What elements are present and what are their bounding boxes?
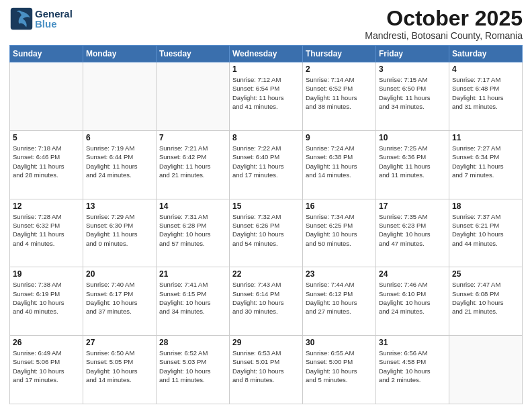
day-number: 15 [232,201,300,211]
day-info: Sunrise: 6:50 AM Sunset: 5:05 PM Dayligh… [86,349,153,384]
weekday-header: Saturday [449,46,523,62]
logo-blue-text: Blue [35,19,73,29]
page: General Blue October 2025 Mandresti, Bot… [0,0,532,411]
day-info: Sunrise: 7:38 AM Sunset: 6:19 PM Dayligh… [13,280,80,316]
day-info: Sunrise: 6:53 AM Sunset: 5:01 PM Dayligh… [232,349,300,384]
calendar-cell: 29Sunrise: 6:53 AM Sunset: 5:01 PM Dayli… [230,336,303,404]
weekday-header: Thursday [303,46,376,62]
calendar-cell: 22Sunrise: 7:43 AM Sunset: 6:14 PM Dayli… [230,267,303,336]
calendar-cell: 26Sunrise: 6:49 AM Sunset: 5:06 PM Dayli… [10,336,83,404]
day-number: 5 [13,133,80,142]
weekday-header: Tuesday [157,46,230,62]
calendar-cell: 2Sunrise: 7:14 AM Sunset: 6:52 PM Daylig… [303,62,376,131]
calendar-cell: 21Sunrise: 7:41 AM Sunset: 6:15 PM Dayli… [157,267,230,336]
day-info: Sunrise: 7:15 AM Sunset: 6:50 PM Dayligh… [379,75,446,111]
day-number: 2 [306,64,373,74]
calendar-cell: 12Sunrise: 7:28 AM Sunset: 6:32 PM Dayli… [10,199,83,267]
day-info: Sunrise: 6:52 AM Sunset: 5:03 PM Dayligh… [159,349,226,384]
calendar-cell: 13Sunrise: 7:29 AM Sunset: 6:30 PM Dayli… [83,199,157,267]
day-number: 12 [13,201,80,211]
calendar-cell: 24Sunrise: 7:46 AM Sunset: 6:10 PM Dayli… [376,267,449,336]
day-number: 6 [86,133,153,142]
weekday-header: Friday [376,46,449,62]
calendar-cell: 11Sunrise: 7:27 AM Sunset: 6:34 PM Dayli… [449,130,523,199]
day-number: 1 [232,64,300,74]
day-info: Sunrise: 7:29 AM Sunset: 6:30 PM Dayligh… [86,212,153,248]
calendar-cell: 23Sunrise: 7:44 AM Sunset: 6:12 PM Dayli… [303,267,376,336]
day-info: Sunrise: 7:31 AM Sunset: 6:28 PM Dayligh… [159,212,226,248]
calendar-cell: 28Sunrise: 6:52 AM Sunset: 5:03 PM Dayli… [157,336,230,404]
calendar-cell: 7Sunrise: 7:21 AM Sunset: 6:42 PM Daylig… [157,130,230,199]
day-number: 4 [452,64,519,74]
logo-icon [9,7,34,31]
calendar-cell: 27Sunrise: 6:50 AM Sunset: 5:05 PM Dayli… [83,336,157,404]
title-section: October 2025 Mandresti, Botosani County,… [365,7,523,41]
month-title: October 2025 [365,7,523,30]
calendar-cell: 25Sunrise: 7:47 AM Sunset: 6:08 PM Dayli… [449,267,523,336]
day-number: 14 [159,201,226,211]
calendar-cell: 10Sunrise: 7:25 AM Sunset: 6:36 PM Dayli… [376,130,449,199]
day-number: 30 [306,338,373,347]
calendar-cell [83,62,157,131]
day-number: 7 [159,133,226,142]
day-number: 9 [306,133,373,142]
logo-general-text: General [35,9,73,19]
calendar-cell: 30Sunrise: 6:55 AM Sunset: 5:00 PM Dayli… [303,336,376,404]
day-info: Sunrise: 6:55 AM Sunset: 5:00 PM Dayligh… [306,349,373,384]
day-info: Sunrise: 7:17 AM Sunset: 6:48 PM Dayligh… [452,75,519,111]
calendar-cell: 3Sunrise: 7:15 AM Sunset: 6:50 PM Daylig… [376,62,449,131]
day-number: 27 [86,338,153,347]
day-number: 19 [13,269,80,279]
day-number: 29 [232,338,300,347]
day-info: Sunrise: 7:35 AM Sunset: 6:23 PM Dayligh… [379,212,446,248]
calendar-cell: 8Sunrise: 7:22 AM Sunset: 6:40 PM Daylig… [230,130,303,199]
calendar-week-row: 12Sunrise: 7:28 AM Sunset: 6:32 PM Dayli… [10,199,523,267]
calendar-week-row: 1Sunrise: 7:12 AM Sunset: 6:54 PM Daylig… [10,62,523,131]
calendar-cell: 14Sunrise: 7:31 AM Sunset: 6:28 PM Dayli… [157,199,230,267]
day-info: Sunrise: 7:34 AM Sunset: 6:25 PM Dayligh… [306,212,373,248]
day-number: 20 [86,269,153,279]
weekday-header: Wednesday [230,46,303,62]
day-info: Sunrise: 6:49 AM Sunset: 5:06 PM Dayligh… [13,349,80,384]
calendar-week-row: 5Sunrise: 7:18 AM Sunset: 6:46 PM Daylig… [10,130,523,199]
calendar-cell: 17Sunrise: 7:35 AM Sunset: 6:23 PM Dayli… [376,199,449,267]
calendar-cell: 15Sunrise: 7:32 AM Sunset: 6:26 PM Dayli… [230,199,303,267]
day-number: 24 [379,269,446,279]
calendar-cell [449,336,523,404]
day-info: Sunrise: 7:46 AM Sunset: 6:10 PM Dayligh… [379,280,446,316]
header: General Blue October 2025 Mandresti, Bot… [9,7,523,41]
day-number: 28 [159,338,226,347]
day-info: Sunrise: 7:44 AM Sunset: 6:12 PM Dayligh… [306,280,373,316]
day-info: Sunrise: 6:56 AM Sunset: 4:58 PM Dayligh… [379,349,446,384]
day-number: 3 [379,64,446,74]
day-info: Sunrise: 7:19 AM Sunset: 6:44 PM Dayligh… [86,144,153,179]
day-info: Sunrise: 7:27 AM Sunset: 6:34 PM Dayligh… [452,144,519,179]
logo: General Blue [9,7,73,31]
day-info: Sunrise: 7:43 AM Sunset: 6:14 PM Dayligh… [232,280,300,316]
calendar-cell: 5Sunrise: 7:18 AM Sunset: 6:46 PM Daylig… [10,130,83,199]
day-number: 16 [306,201,373,211]
day-number: 31 [379,338,446,347]
day-info: Sunrise: 7:37 AM Sunset: 6:21 PM Dayligh… [452,212,519,248]
day-number: 25 [452,269,519,279]
day-info: Sunrise: 7:28 AM Sunset: 6:32 PM Dayligh… [13,212,80,248]
day-number: 18 [452,201,519,211]
calendar-cell: 31Sunrise: 6:56 AM Sunset: 4:58 PM Dayli… [376,336,449,404]
day-info: Sunrise: 7:32 AM Sunset: 6:26 PM Dayligh… [232,212,300,248]
day-number: 11 [452,133,519,142]
day-info: Sunrise: 7:18 AM Sunset: 6:46 PM Dayligh… [13,144,80,179]
day-info: Sunrise: 7:47 AM Sunset: 6:08 PM Dayligh… [452,280,519,316]
day-info: Sunrise: 7:25 AM Sunset: 6:36 PM Dayligh… [379,144,446,179]
calendar-cell: 19Sunrise: 7:38 AM Sunset: 6:19 PM Dayli… [10,267,83,336]
calendar-cell: 20Sunrise: 7:40 AM Sunset: 6:17 PM Dayli… [83,267,157,336]
day-info: Sunrise: 7:21 AM Sunset: 6:42 PM Dayligh… [159,144,226,179]
calendar-week-row: 19Sunrise: 7:38 AM Sunset: 6:19 PM Dayli… [10,267,523,336]
day-number: 10 [379,133,446,142]
calendar-cell [10,62,83,131]
day-info: Sunrise: 7:12 AM Sunset: 6:54 PM Dayligh… [232,75,300,111]
calendar-table: SundayMondayTuesdayWednesdayThursdayFrid… [9,45,523,404]
calendar-cell [157,62,230,131]
calendar-cell: 18Sunrise: 7:37 AM Sunset: 6:21 PM Dayli… [449,199,523,267]
day-info: Sunrise: 7:41 AM Sunset: 6:15 PM Dayligh… [159,280,226,316]
day-info: Sunrise: 7:40 AM Sunset: 6:17 PM Dayligh… [86,280,153,316]
